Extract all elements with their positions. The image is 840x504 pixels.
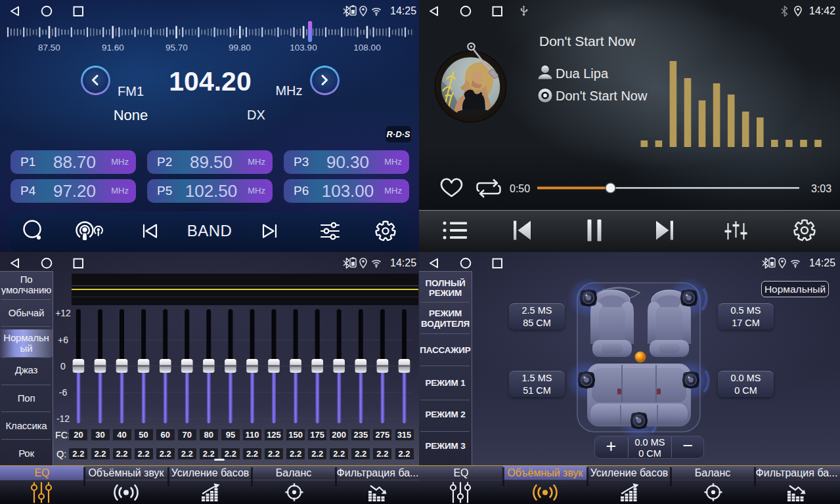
svg-text:Don't Start Now: Don't Start Now <box>556 89 648 103</box>
svg-text:3:03: 3:03 <box>811 183 831 194</box>
svg-text:BAND: BAND <box>187 222 232 240</box>
svg-text:Dua Lipa: Dua Lipa <box>556 66 609 81</box>
svg-text:0:50: 0:50 <box>510 183 530 194</box>
svg-text:Don't Start Now: Don't Start Now <box>539 33 636 49</box>
